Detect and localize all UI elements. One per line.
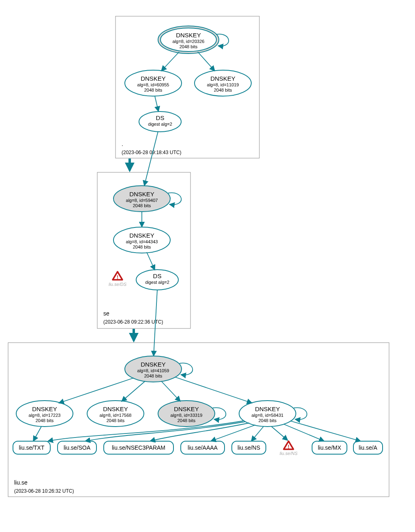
rr-ns-label: liu.se/NS	[237, 444, 260, 451]
liu-k4-sub1: alg=8, id=58431	[252, 413, 284, 418]
node-se-ds: DS digest alg=2	[136, 270, 178, 290]
zone-se-label: se	[103, 310, 109, 317]
liu-k2-sub1: alg=8, id=17568	[100, 413, 132, 418]
liu-k1-sub1: alg=8, id=17223	[29, 413, 61, 418]
zone-se-time: (2023-06-28 09:22:36 UTC)	[103, 319, 163, 325]
liu-k2-title: DNSKEY	[103, 405, 128, 412]
edge-k4-aaaa	[211, 425, 255, 441]
edge-liu-ksk-k3	[161, 381, 180, 401]
edge-liu-ksk-k2	[122, 381, 145, 401]
zone-root-label: .	[122, 141, 123, 147]
edge-root-ksk-zsk2	[198, 52, 215, 71]
root-zsk2-sub1: alg=8, id=11019	[207, 82, 239, 87]
se-ds-sub1: digest alg=2	[145, 280, 169, 285]
rr-mx: liu.se/MX	[312, 441, 347, 454]
zone-root-time: (2023-06-28 09:18:43 UTC)	[122, 150, 181, 155]
root-zsk2-sub2: 2048 bits	[214, 88, 232, 92]
root-ksk-title: DNSKEY	[176, 32, 201, 39]
se-ksk-title: DNSKEY	[129, 191, 154, 197]
edge-root-ds-to-se-ksk	[144, 131, 158, 186]
se-ksk-sub2: 2048 bits	[133, 203, 151, 208]
liu-ksk-title: DNSKEY	[141, 361, 166, 368]
svg-text:!: !	[117, 275, 118, 280]
node-liu-k4: DNSKEY alg=8, id=58431 2048 bits	[239, 401, 296, 427]
node-root-zsk2: DNSKEY alg=8, id=11019 2048 bits	[195, 70, 251, 96]
rr-aaaa: liu.se/AAAA	[181, 441, 225, 454]
node-se-zsk: DNSKEY alg=8, id=44343 2048 bits	[113, 227, 170, 253]
warn-se-ds-label: liu.se/DS	[109, 282, 127, 287]
node-root-ksk: DNSKEY alg=8, id=20326 2048 bits	[158, 26, 219, 54]
liu-k1-title: DNSKEY	[32, 405, 57, 412]
liu-k4-title: DNSKEY	[255, 405, 280, 412]
rr-soa-label: liu.se/SOA	[64, 444, 91, 451]
rr-soa: liu.se/SOA	[58, 441, 96, 454]
rr-txt-label: liu.se/TXT	[19, 444, 44, 451]
se-zsk-sub1: alg=8, id=44343	[126, 239, 158, 244]
rr-mx-label: liu.se/MX	[318, 444, 341, 451]
liu-ksk-sub2: 2048 bits	[144, 373, 163, 378]
edge-k4-txt	[48, 421, 243, 441]
root-ksk-sub1: alg=8, id=20326	[173, 39, 205, 44]
rr-a: liu.se/A	[353, 441, 383, 454]
node-liu-k1: DNSKEY alg=8, id=17223 2048 bits	[16, 401, 73, 427]
node-root-ds: DS digest alg=2	[139, 112, 181, 132]
edge-se-zsk-ds	[147, 252, 155, 270]
edge-root-ksk-zsk1	[161, 52, 179, 71]
warn-liu-ns-label: liu.se/NS	[280, 451, 298, 456]
se-ksk-sub1: alg=8, id=59407	[126, 198, 158, 203]
se-ds-title: DS	[153, 272, 162, 279]
rr-aaaa-label: liu.se/AAAA	[188, 444, 218, 451]
se-zsk-title: DNSKEY	[129, 232, 154, 239]
liu-k1-sub2: 2048 bits	[36, 418, 54, 423]
root-ksk-sub2: 2048 bits	[180, 44, 198, 49]
rr-a-label: liu.se/A	[359, 444, 378, 451]
zone-liu-time: (2023-06-28 10:26:32 UTC)	[14, 488, 74, 494]
rr-txt: liu.se/TXT	[13, 441, 50, 454]
root-zsk1-sub1: alg=8, id=60955	[137, 82, 169, 87]
rr-nsec3-label: liu.se/NSEC3PARAM	[112, 444, 165, 451]
node-se-ksk: DNSKEY alg=8, id=59407 2048 bits	[113, 186, 170, 212]
root-ds-sub1: digest alg=2	[148, 122, 172, 127]
liu-k3-sub2: 2048 bits	[178, 418, 196, 423]
se-zsk-sub2: 2048 bits	[133, 245, 151, 249]
liu-k4-sub2: 2048 bits	[259, 418, 277, 423]
node-liu-k3: DNSKEY alg=8, id=33319 2048 bits	[158, 401, 215, 427]
root-zsk1-sub2: 2048 bits	[144, 88, 163, 92]
edge-k1-txt	[33, 427, 41, 441]
root-zsk1-title: DNSKEY	[141, 75, 166, 82]
edge-k4-ns	[251, 427, 263, 441]
liu-k2-sub2: 2048 bits	[107, 418, 125, 423]
rr-ns: liu.se/NS	[232, 441, 266, 454]
liu-k3-title: DNSKEY	[174, 405, 199, 412]
root-ds-title: DS	[156, 114, 165, 121]
warn-liu-ns: ! liu.se/NS	[280, 441, 298, 456]
svg-text:!: !	[288, 444, 289, 450]
edge-k4-mx	[284, 424, 324, 441]
edge-k4-warn	[272, 427, 288, 440]
zone-liu-label: liu.se	[14, 479, 28, 486]
rr-nsec3: liu.se/NSEC3PARAM	[104, 441, 173, 454]
edge-liu-ksk-k4	[175, 377, 252, 403]
node-liu-k2: DNSKEY alg=8, id=17568 2048 bits	[87, 401, 144, 427]
liu-k3-sub1: alg=8, id=33319	[171, 413, 203, 418]
edge-liu-ksk-k1	[59, 378, 134, 403]
edge-root-zsk1-ds	[155, 96, 158, 112]
node-root-zsk1: DNSKEY alg=8, id=60955 2048 bits	[125, 70, 182, 96]
root-zsk2-title: DNSKEY	[210, 75, 235, 82]
liu-ksk-sub1: alg=8, id=41059	[137, 368, 169, 373]
warn-se-ds: ! liu.se/DS	[109, 272, 127, 287]
